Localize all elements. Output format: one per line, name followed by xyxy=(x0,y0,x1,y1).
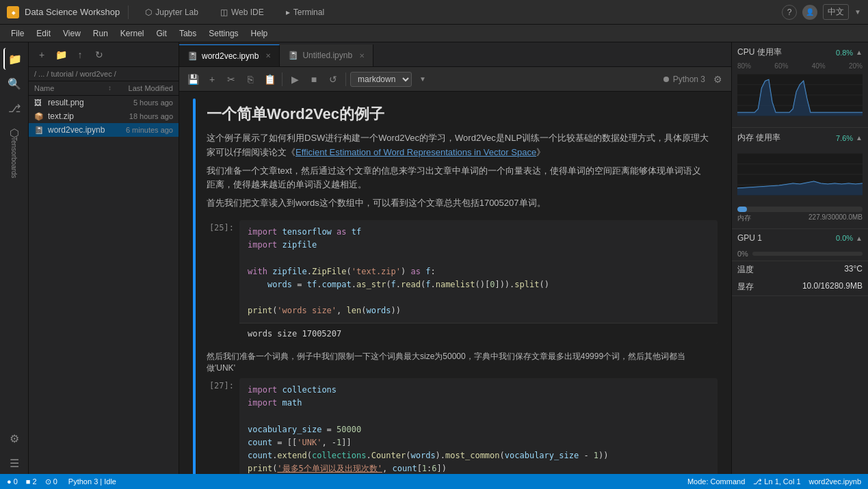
menu-edit[interactable]: Edit xyxy=(31,27,56,40)
comment-1: 然后我们准备一个词典，例子中我们限制一下这个词典最大size为50000，字典中… xyxy=(198,347,718,378)
memory-section: 内存 使用率 7.6% ▲ xyxy=(732,128,868,229)
intro-text-1: 这个例子展示了如何利用DSW进行构建一个Word2Vec的学习，Word2Vec… xyxy=(207,131,709,160)
intro-text-3: 首先我们把文章读入到words这个数组中，可以看到这个文章总共包括1700520… xyxy=(207,196,709,211)
copy-button[interactable]: ⎘ xyxy=(242,71,259,88)
menu-file[interactable]: File xyxy=(5,27,29,40)
stop-button[interactable]: ■ xyxy=(306,71,322,88)
storage-label: 显存 xyxy=(737,281,754,293)
divider xyxy=(128,5,129,19)
active-indicator-bar xyxy=(193,98,196,474)
tab-untitled[interactable]: 📓 Untitled.ipynb ✕ xyxy=(280,44,373,66)
cell-25-code[interactable]: import tensorflow as tf import zipfile w… xyxy=(239,220,718,344)
toolbar-divider xyxy=(282,72,282,86)
tab-close-word2vec[interactable]: ✕ xyxy=(265,52,271,60)
date-column-header: Last Modified xyxy=(111,84,173,92)
paste-button[interactable]: 📋 xyxy=(261,71,278,88)
file-icon-zip: 📦 xyxy=(34,112,45,121)
toolbar-divider-2 xyxy=(345,72,346,86)
kernel-settings[interactable]: ⚙ xyxy=(709,71,726,88)
cell-27-input: import collections import math vocabular… xyxy=(239,378,718,474)
status-left: ● 0 ■ 2 ⊙ 0 xyxy=(7,477,57,486)
file-explorer: + 📁 ↑ ↻ / ... / tutorial / word2vec / Na… xyxy=(29,42,179,474)
gpu-label: GPU 1 xyxy=(737,233,762,243)
menu-view[interactable]: View xyxy=(57,27,86,40)
top-tab-terminal[interactable]: ▸ Terminal xyxy=(278,3,332,21)
dropdown-btn[interactable]: ▼ xyxy=(415,71,431,88)
right-panel: CPU 使用率 0.8% ▲ 80% 60% 40% 20% xyxy=(731,42,868,474)
menu-run[interactable]: Run xyxy=(88,27,114,40)
user-avatar[interactable]: 👤 xyxy=(802,5,817,20)
cpu-collapse[interactable]: ▲ xyxy=(856,49,863,56)
sidebar-icon-menu[interactable]: ☰ xyxy=(3,452,25,474)
file-item-notebook[interactable]: 📓 word2vec.ipynb 6 minutes ago xyxy=(29,123,179,137)
upload-button[interactable]: ↑ xyxy=(73,47,88,62)
top-bar: ◈ Data Science Workshop ⬡ Jupyter Lab ◫ … xyxy=(0,0,868,25)
new-file-button[interactable]: + xyxy=(34,47,49,62)
status-mode: Mode: Command xyxy=(687,477,745,486)
memory-chart-svg xyxy=(737,150,863,198)
sidebar-icon-search[interactable]: 🔍 xyxy=(3,72,25,94)
cell-25-input: import tensorflow as tf import zipfile w… xyxy=(239,220,718,323)
status-git: ⎇ Ln 1, Col 1 xyxy=(753,477,800,486)
webide-icon: ◫ xyxy=(220,8,228,17)
menu-git[interactable]: Git xyxy=(151,27,172,40)
help-button[interactable]: ? xyxy=(782,5,797,20)
status-errors: ● 0 xyxy=(7,477,18,486)
temp-label: 温度 xyxy=(737,264,754,276)
gpu-section: GPU 1 0.0% ▲ 0% xyxy=(732,229,868,261)
gpu-collapse[interactable]: ▲ xyxy=(856,235,863,242)
file-item-result[interactable]: 🖼 result.png 5 hours ago xyxy=(29,96,179,109)
gpu-bar-bg xyxy=(752,252,863,256)
file-item-zip[interactable]: 📦 text.zip 18 hours ago xyxy=(29,109,179,123)
file-icon-notebook: 📓 xyxy=(34,126,45,135)
sidebar-icon-git[interactable]: ⎇ xyxy=(3,97,25,119)
cell-27: [27]: import collections import math voc… xyxy=(198,378,718,474)
run-button[interactable]: ▶ xyxy=(287,71,303,88)
explorer-toolbar: + 📁 ↑ ↻ xyxy=(29,42,179,67)
menu-kernel[interactable]: Kernel xyxy=(115,27,150,40)
memory-collapse[interactable]: ▲ xyxy=(856,134,863,142)
tab-close-untitled[interactable]: ✕ xyxy=(359,52,365,60)
notebook-body: 一个简单Word2Vec的例子 这个例子展示了如何利用DSW进行构建一个Word… xyxy=(198,98,718,474)
cell-25-output: words size 17005207 xyxy=(239,323,718,344)
tab-bar: 📓 word2vec.ipynb ✕ 📓 Untitled.ipynb ✕ xyxy=(179,42,731,67)
dropdown-icon: ▼ xyxy=(854,8,861,16)
language-button[interactable]: 中文 xyxy=(823,4,849,20)
cut-button[interactable]: ✂ xyxy=(223,71,239,88)
cell-27-code[interactable]: import collections import math vocabular… xyxy=(239,378,718,474)
memory-value: 227.9/30000.0MB xyxy=(808,213,863,223)
jupyter-icon: ⬡ xyxy=(145,8,152,17)
status-python[interactable]: Python 3 | Idle xyxy=(68,477,116,486)
active-cell-indicator: 一个简单Word2Vec的例子 这个例子展示了如何利用DSW进行构建一个Word… xyxy=(193,98,718,474)
status-info: ⊙ 0 xyxy=(45,477,57,486)
kernel-status-circle xyxy=(663,77,669,82)
menu-bar: File Edit View Run Kernel Git Tabs Setti… xyxy=(0,25,868,42)
paper-link[interactable]: Efficient Estimation of Word Representat… xyxy=(295,147,536,157)
menu-help[interactable]: Help xyxy=(246,27,274,40)
menu-settings[interactable]: Settings xyxy=(203,27,244,40)
sidebar-icon-files[interactable]: 📁 xyxy=(3,48,25,70)
menu-tabs[interactable]: Tabs xyxy=(174,27,202,40)
app-icon: ◈ xyxy=(7,6,19,18)
status-warnings: ■ 2 xyxy=(26,477,37,486)
new-folder-button[interactable]: 📁 xyxy=(53,47,68,62)
notebook-scroll[interactable]: 一个简单Word2Vec的例子 这个例子展示了如何利用DSW进行构建一个Word… xyxy=(179,92,731,474)
cell-type-select[interactable]: markdown code raw xyxy=(350,72,412,87)
app-title: Data Science Workshop xyxy=(25,7,120,17)
top-bar-right: ? 👤 中文 ▼ xyxy=(782,4,861,20)
sidebar-icon-tensorboard[interactable]: Tensorboards xyxy=(3,146,25,168)
cpu-section: CPU 使用率 0.8% ▲ 80% 60% 40% 20% xyxy=(732,42,868,128)
memory-chart-area xyxy=(732,148,868,204)
cpu-header: CPU 使用率 0.8% ▲ xyxy=(732,42,868,62)
sidebar-icon-settings[interactable]: ⚙ xyxy=(3,427,25,449)
file-icon-image: 🖼 xyxy=(34,98,45,107)
add-cell-button[interactable]: + xyxy=(204,71,220,88)
tab-word2vec[interactable]: 📓 word2vec.ipynb ✕ xyxy=(179,44,280,66)
top-tab-jupyter[interactable]: ⬡ Jupyter Lab xyxy=(137,3,207,21)
refresh-button[interactable]: ↻ xyxy=(92,47,107,62)
kernel-label: Python 3 xyxy=(673,75,705,84)
save-button[interactable]: 💾 xyxy=(185,71,201,88)
status-bar: ● 0 ■ 2 ⊙ 0 Python 3 | Idle Mode: Comman… xyxy=(0,474,868,489)
restart-button[interactable]: ↺ xyxy=(325,71,341,88)
top-tab-webide[interactable]: ◫ Web IDE xyxy=(212,3,272,21)
